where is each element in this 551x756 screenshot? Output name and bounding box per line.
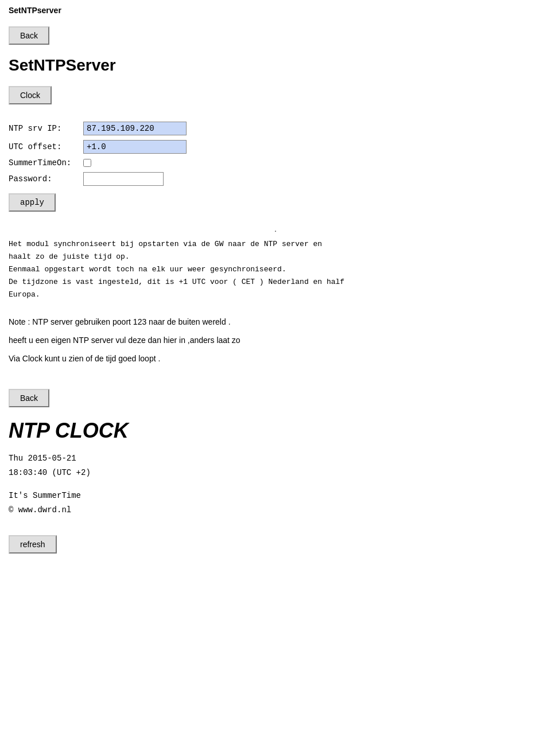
info-line3: Eenmaal opgestart wordt toch na elk uur …	[9, 265, 286, 274]
ntp-clock-title: NTP CLOCK	[9, 419, 542, 443]
summer-time-checkbox[interactable]	[83, 159, 91, 167]
info-line1: Het modul synchroniseert bij opstarten v…	[9, 240, 322, 248]
apply-button[interactable]: apply	[9, 193, 56, 212]
ntp-ip-input[interactable]	[83, 122, 187, 135]
summer-time-info: It's SummerTime © www.dwrd.nl	[9, 489, 542, 517]
back-button-top[interactable]: Back	[9, 26, 49, 45]
note-line3: Via Clock kunt u zien of de tijd goed lo…	[9, 352, 542, 366]
note-line2: heeft u een eigen NTP server vul deze da…	[9, 334, 542, 348]
info-dot: .	[9, 226, 542, 235]
info-line4: De tijdzone is vast ingesteld, dit is +1…	[9, 278, 344, 286]
password-label: Password:	[9, 174, 83, 184]
password-input[interactable]	[83, 172, 164, 186]
copyright-text: © www.dwrd.nl	[9, 503, 542, 517]
utc-offset-input[interactable]	[83, 140, 187, 154]
refresh-button[interactable]: refresh	[9, 535, 57, 554]
info-text: Het modul synchroniseert bij opstarten v…	[9, 238, 542, 301]
utc-offset-row: UTC offset:	[9, 140, 542, 154]
summer-time-text: It's SummerTime	[9, 489, 542, 503]
back-button-bottom[interactable]: Back	[9, 389, 49, 407]
clock-time: 18:03:40 (UTC +2)	[9, 466, 542, 480]
ntp-ip-row: NTP srv IP:	[9, 122, 542, 135]
clock-date: Thu 2015-05-21	[9, 451, 542, 466]
info-line5: Europa.	[9, 290, 40, 299]
clock-button[interactable]: Clock	[9, 86, 52, 104]
note-section: Note : NTP server gebruiken poort 123 na…	[9, 315, 542, 365]
note-line1: Note : NTP server gebruiken poort 123 na…	[9, 315, 542, 329]
page-title-bar: SetNTPserver	[9, 6, 542, 15]
clock-info: Thu 2015-05-21 18:03:40 (UTC +2)	[9, 451, 542, 480]
ntp-form: NTP srv IP: UTC offset: SummerTimeOn: Pa…	[9, 122, 542, 212]
browser-title: SetNTPserver	[9, 6, 61, 15]
summer-time-row: SummerTimeOn:	[9, 158, 542, 167]
info-section: . Het modul synchroniseert bij opstarten…	[9, 226, 542, 301]
info-line2: haalt zo de juiste tijd op.	[9, 252, 130, 261]
ntp-ip-label: NTP srv IP:	[9, 124, 83, 133]
section-title: SetNTPServer	[9, 56, 542, 75]
ntp-clock-section: NTP CLOCK Thu 2015-05-21 18:03:40 (UTC +…	[9, 419, 542, 518]
password-row: Password:	[9, 172, 542, 186]
utc-offset-label: UTC offset:	[9, 142, 83, 151]
summer-time-label: SummerTimeOn:	[9, 158, 83, 167]
